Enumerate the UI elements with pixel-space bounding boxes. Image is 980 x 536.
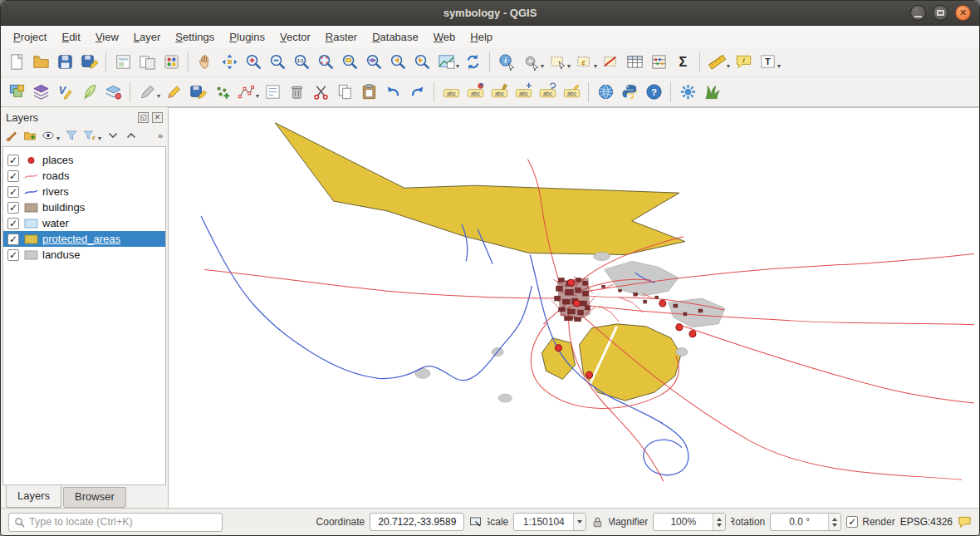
zoom-out-button[interactable]: [266, 51, 289, 74]
save-project-as-button[interactable]: [77, 51, 100, 74]
text-annotation-dropdown-icon[interactable]: ▾: [777, 54, 781, 70]
lock-scale-icon[interactable]: [591, 516, 604, 529]
menu-view[interactable]: View: [88, 27, 126, 47]
menu-vector[interactable]: Vector: [272, 27, 318, 47]
layer-checkbox-buildings[interactable]: ✓: [7, 202, 19, 214]
layer-checkbox-protected_areas[interactable]: ✓: [7, 234, 19, 245]
cut-features-button[interactable]: [309, 81, 332, 104]
pan-to-selection-button[interactable]: [218, 51, 241, 74]
zoom-to-layer-button[interactable]: [362, 51, 385, 74]
processing-toolbox-button[interactable]: [676, 81, 699, 104]
log-messages-icon[interactable]: [958, 515, 972, 529]
locate-box[interactable]: [8, 513, 223, 532]
pin-labels-button[interactable]: abc: [488, 81, 511, 104]
float-panel-icon[interactable]: ◱: [138, 112, 149, 123]
layer-item-landuse[interactable]: ✓landuse: [3, 247, 165, 263]
layer-item-protected_areas[interactable]: ✓protected_areas: [3, 231, 165, 247]
menu-web[interactable]: Web: [426, 27, 463, 47]
zoom-last-button[interactable]: [386, 51, 409, 74]
menu-edit[interactable]: Edit: [54, 27, 87, 47]
help-contents-button[interactable]: ?: [642, 81, 665, 104]
layer-checkbox-places[interactable]: ✓: [7, 155, 19, 166]
vertex-tool-dropdown-icon[interactable]: ▾: [256, 84, 259, 100]
filter-by-expression-button[interactable]: ε: [82, 128, 97, 143]
map-tips-button[interactable]: i: [732, 51, 755, 74]
open-project-button[interactable]: [29, 51, 52, 74]
select-features-dropdown-icon[interactable]: ▾: [567, 54, 571, 70]
scale-combobox[interactable]: 1:150104: [513, 513, 586, 531]
collapse-all-button[interactable]: [124, 128, 139, 143]
filter-by-expression-dropdown-icon[interactable]: ▾: [98, 130, 101, 142]
layer-diagram-options-button[interactable]: abc: [463, 81, 487, 104]
zoom-next-button[interactable]: [410, 51, 434, 74]
close-panel-icon[interactable]: ✕: [152, 112, 163, 123]
scale-dropdown-icon[interactable]: [573, 514, 586, 530]
tab-browser[interactable]: Browser: [63, 487, 126, 508]
new-geopackage-layer-button[interactable]: [77, 81, 100, 104]
refresh-map-button[interactable]: [461, 51, 484, 74]
run-feature-action-dropdown-icon[interactable]: ▾: [541, 54, 544, 70]
field-calculator-button[interactable]: [647, 51, 670, 74]
zoom-native-resolution-button[interactable]: 1:1: [290, 51, 313, 74]
modify-attributes-button[interactable]: [261, 81, 284, 104]
render-toggle[interactable]: ✓ Render: [846, 516, 894, 528]
measure-button[interactable]: [705, 51, 728, 74]
add-vector-layer-button[interactable]: [29, 81, 52, 104]
panel-toolbar-overflow-icon[interactable]: »: [158, 130, 164, 140]
zoom-to-selection-button[interactable]: [338, 51, 361, 74]
vertex-tool-button[interactable]: [234, 81, 257, 104]
manage-map-themes-button[interactable]: [41, 128, 56, 143]
menu-project[interactable]: Project: [6, 27, 54, 47]
zoom-in-button[interactable]: [242, 51, 265, 74]
layer-checkbox-rivers[interactable]: ✓: [7, 186, 19, 198]
current-edits-dropdown-icon[interactable]: ▾: [157, 84, 160, 100]
save-layer-edits-button[interactable]: [186, 81, 209, 104]
new-print-layout-button[interactable]: [111, 51, 135, 74]
undo-button[interactable]: [381, 81, 404, 104]
layer-item-roads[interactable]: ✓roads: [3, 168, 165, 184]
crs-status[interactable]: EPSG:4326: [900, 516, 953, 528]
render-checkbox[interactable]: ✓: [846, 516, 858, 528]
extents-toggle-icon[interactable]: [469, 516, 483, 529]
maximize-button[interactable]: [933, 5, 948, 21]
layer-item-places[interactable]: ✓places: [3, 152, 165, 168]
select-features-button[interactable]: [546, 51, 569, 74]
layer-checkbox-water[interactable]: ✓: [7, 218, 19, 229]
identify-features-button[interactable]: i: [495, 51, 518, 74]
manage-map-themes-dropdown-icon[interactable]: ▾: [56, 130, 60, 142]
close-button[interactable]: ✕: [955, 5, 971, 21]
menu-settings[interactable]: Settings: [168, 27, 222, 47]
magnifier-spin-buttons[interactable]: [713, 514, 725, 530]
new-project-button[interactable]: [5, 51, 28, 74]
new-map-view-button[interactable]: [434, 51, 458, 74]
delete-selected-button[interactable]: [285, 81, 308, 104]
title-bar[interactable]: symbology - QGIS ✕: [1, 1, 979, 26]
layer-labeling-options-button[interactable]: abc: [439, 81, 463, 104]
new-virtual-layer-button[interactable]: [101, 81, 125, 104]
measure-dropdown-icon[interactable]: ▾: [727, 54, 730, 70]
open-data-source-manager-button[interactable]: [5, 81, 28, 104]
copy-features-button[interactable]: [333, 81, 356, 104]
map-canvas[interactable]: [169, 107, 979, 508]
minimize-button[interactable]: [910, 5, 926, 21]
show-layout-manager-button[interactable]: [135, 51, 159, 74]
zoom-full-extent-button[interactable]: [314, 51, 337, 74]
open-layer-styling-button[interactable]: [4, 128, 19, 143]
rotation-spinbox[interactable]: 0.0 °: [770, 513, 841, 531]
menu-raster[interactable]: Raster: [318, 27, 365, 47]
current-edits-button[interactable]: [135, 81, 159, 104]
move-label-button[interactable]: abc: [512, 81, 535, 104]
layer-checkbox-roads[interactable]: ✓: [7, 170, 19, 182]
layer-item-buildings[interactable]: ✓buildings: [3, 199, 165, 215]
coordinate-input[interactable]: [370, 513, 464, 531]
select-by-expression-dropdown-icon[interactable]: ▾: [594, 54, 597, 70]
layer-item-water[interactable]: ✓water: [3, 215, 165, 231]
metasearch-button[interactable]: [594, 81, 617, 104]
text-annotation-button[interactable]: T: [756, 51, 779, 74]
statistical-summary-button[interactable]: Σ: [671, 51, 694, 74]
menu-layer[interactable]: Layer: [126, 27, 169, 47]
filter-legend-button[interactable]: [64, 128, 79, 143]
magnifier-spinbox[interactable]: 100%: [653, 513, 726, 531]
deselect-features-button[interactable]: [599, 51, 622, 74]
python-console-button[interactable]: [618, 81, 641, 104]
